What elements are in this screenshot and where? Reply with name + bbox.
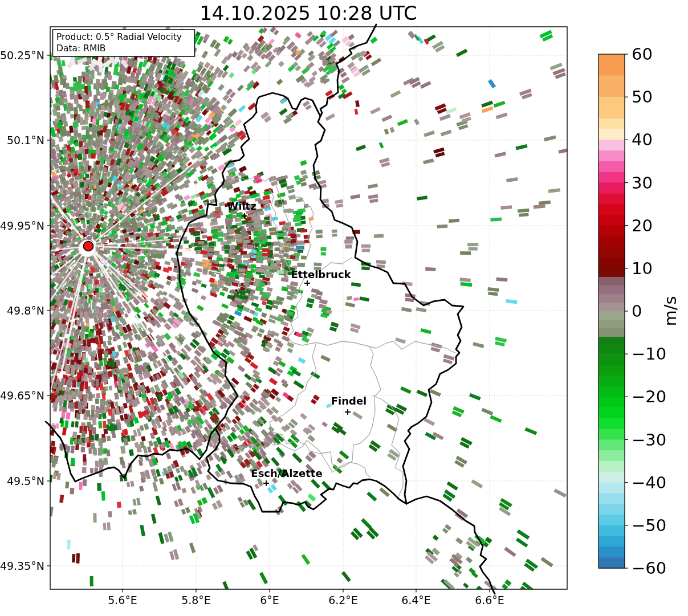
colorbar-band [599, 461, 625, 472]
colorbar-band [599, 546, 625, 557]
colorbar: m/s 6050403020100−10−20−30−40−50−60 [599, 44, 680, 578]
city-label: Ettelbruck [291, 268, 351, 280]
colorbar-band [599, 354, 625, 365]
city-marker-icon [263, 480, 269, 486]
colorbar-band [599, 365, 625, 376]
colorbar-tick-label: 0 [632, 301, 642, 321]
district-border-path [227, 176, 352, 279]
colorbar-band [599, 440, 625, 451]
country-border-path [46, 422, 215, 482]
x-tick-label: 5.6°E [108, 594, 137, 606]
y-tick-label: 49.65°N [0, 389, 44, 402]
district-borders [219, 176, 456, 499]
colorbar-band [599, 397, 625, 407]
y-tick-label: 49.95°N [0, 219, 44, 232]
figure-title: 14.10.2025 10:28 UTC [200, 2, 417, 25]
colorbar-band [599, 54, 625, 76]
colorbar-band [599, 386, 625, 397]
colorbar-tick-label: −50 [632, 516, 666, 535]
colorbar-tick-label: −20 [632, 387, 666, 406]
colorbar-band [599, 311, 625, 320]
y-tick-label: 49.8°N [7, 304, 44, 317]
colorbar-tick-label: 50 [632, 87, 653, 107]
city-label: Esch/Alzette [251, 467, 322, 479]
y-tick-label: 49.5°N [7, 475, 44, 487]
map-frame [50, 27, 567, 589]
district-border-path [270, 189, 290, 269]
colorbar-band [599, 450, 625, 461]
colorbar-unit-label: m/s [661, 296, 680, 326]
colorbar-tick-label: 10 [632, 259, 653, 278]
city-label: Wiltz [227, 200, 256, 212]
colorbar-band [599, 204, 625, 215]
country-border-path [314, 122, 463, 504]
city-label: Findel [331, 395, 367, 407]
x-tick-label: 6.2°E [328, 594, 358, 606]
x-tick-label: 6°E [260, 594, 279, 606]
colorbar-band [599, 236, 625, 247]
x-tick-label: 6.6°E [475, 594, 504, 606]
colorbar-band [599, 337, 625, 346]
colorbar-band [599, 161, 625, 172]
colorbar-band [599, 303, 625, 312]
product-line: Product: 0.5° Radial Velocity [56, 32, 182, 42]
colorbar-tick-label: −10 [632, 344, 666, 364]
colorbar-band [599, 557, 625, 568]
radar-site [79, 240, 96, 257]
x-tick-label: 6.4°E [401, 594, 431, 606]
axis-ticks-and-labels: 5.6°E5.8°E6°E6.2°E6.4°E6.6°E50.25°N50.1°… [0, 49, 504, 607]
colorbar-band [599, 418, 625, 429]
colorbar-band [599, 515, 625, 525]
colorbar-tick-label: 20 [632, 216, 653, 235]
radar-site-dot-icon [84, 242, 93, 251]
colorbar-band [599, 226, 625, 236]
colorbar-band [599, 285, 625, 295]
colorbar-band [599, 172, 625, 183]
colorbar-band [599, 328, 625, 337]
colorbar-band [599, 472, 625, 483]
city-marker-icon [242, 213, 247, 219]
country-border-path [279, 95, 320, 122]
colorbar-tick-label: −40 [632, 473, 666, 492]
colorbar-band [599, 258, 625, 268]
colorbar-band [599, 407, 625, 418]
figure-overlay-svg: 14.10.2025 10:28 UTC WiltzEttelbruckFind… [0, 0, 688, 616]
colorbar-band [599, 150, 625, 161]
colorbar-band [599, 525, 625, 536]
colorbar-band [599, 320, 625, 329]
colorbar-band [599, 97, 625, 119]
colorbar-tick-label: 30 [632, 173, 653, 193]
colorbar-tick-label: −30 [632, 430, 666, 450]
colorbar-band [599, 247, 625, 258]
data-source-line: Data: RMIB [56, 43, 106, 54]
colorbar-tick-label: 60 [632, 44, 653, 64]
country-borders [46, 25, 495, 594]
district-border-path [288, 279, 456, 353]
product-info-box: Product: 0.5° Radial Velocity Data: RMIB [53, 30, 195, 56]
colorbar-band [599, 493, 625, 504]
colorbar-band [599, 536, 625, 547]
y-tick-label: 50.1°N [7, 134, 44, 146]
city-marker-icon [345, 409, 351, 415]
colorbar-band [599, 76, 625, 97]
colorbar-band [599, 193, 625, 204]
y-tick-label: 50.25°N [0, 49, 44, 62]
country-border-path [320, 25, 376, 116]
country-border-path [177, 93, 406, 512]
colorbar-band [599, 215, 625, 226]
city-marker-icon [304, 280, 310, 286]
colorbar-band [599, 140, 625, 150]
x-tick-label: 5.8°E [181, 594, 211, 606]
colorbar-tick-label: −60 [632, 558, 666, 578]
colorbar-band [599, 119, 625, 129]
colorbar-band [599, 483, 625, 493]
city-labels: WiltzEttelbruckFindelEsch/Alzette [227, 200, 367, 486]
weather-radar-figure: 14.10.2025 10:28 UTC WiltzEttelbruckFind… [0, 0, 688, 616]
colorbar-band [599, 129, 625, 140]
colorbar-band [599, 268, 625, 278]
colorbar-tick-label: 40 [632, 130, 653, 149]
colorbar-band [599, 376, 625, 386]
y-tick-label: 49.35°N [0, 560, 44, 572]
colorbar-band [599, 429, 625, 440]
colorbar-band [599, 277, 625, 286]
